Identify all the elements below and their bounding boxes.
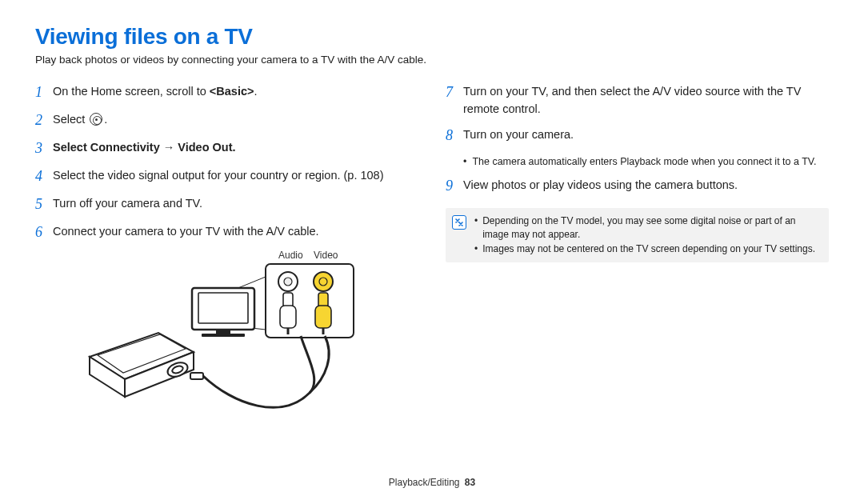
note-item: Depending on the TV model, you may see s… (474, 214, 821, 242)
left-step-list: 1On the Home screen, scroll to <Basic>.2… (35, 83, 418, 243)
svg-point-2 (284, 278, 292, 286)
step-text: Select . (53, 111, 418, 129)
note-item: Images may not be centered on the TV scr… (474, 242, 821, 256)
intro-text: Play back photos or videos by connecting… (35, 53, 829, 67)
step-item: 1On the Home screen, scroll to <Basic>. (35, 83, 418, 103)
svg-point-4 (319, 278, 327, 286)
step-text: Select the video signal output for your … (53, 167, 418, 185)
connection-diagram: Audio Video (74, 253, 378, 429)
svg-rect-8 (315, 306, 331, 328)
svg-rect-0 (266, 264, 354, 338)
step-text: On the Home screen, scroll to <Basic>. (53, 83, 418, 101)
step-text: Turn on your camera. (463, 126, 829, 144)
substep-item: The camera automatically enters Playback… (463, 154, 829, 169)
step-text: View photos or play videos using the cam… (463, 177, 829, 194)
manual-page: Viewing files on a TV Play back photos o… (0, 0, 864, 504)
step-item: 4Select the video signal output for your… (35, 167, 418, 187)
page-title: Viewing files on a TV (35, 24, 829, 50)
step-number: 3 (35, 138, 53, 159)
note-icon (452, 215, 466, 230)
step-item: 8Turn on your camera. (446, 126, 829, 146)
step-item: 9View photos or play videos using the ca… (446, 177, 829, 197)
step-item: 5Turn off your camera and TV. (35, 195, 418, 215)
diagram-svg (74, 253, 378, 429)
svg-rect-11 (216, 330, 230, 334)
svg-rect-6 (280, 306, 296, 328)
svg-rect-12 (202, 334, 245, 337)
step-number: 4 (35, 166, 53, 187)
step-text: Turn on your TV, and then select the A/V… (463, 83, 829, 118)
step-item: 3Select Connectivity → Video Out. (35, 139, 418, 159)
step-number: 7 (446, 82, 463, 103)
step-item: 6Connect your camera to your TV with the… (35, 223, 418, 243)
footer-section: Playback/Editing (389, 477, 460, 488)
step-text: Select Connectivity → Video Out. (53, 139, 418, 157)
right-column: 7Turn on your TV, and then select the A/… (446, 83, 829, 429)
step-text: Turn off your camera and TV. (53, 195, 418, 213)
camera-icon (90, 333, 203, 397)
note-list: Depending on the TV model, you may see s… (474, 214, 821, 256)
note-box: Depending on the TV model, you may see s… (446, 208, 829, 262)
two-column-layout: 1On the Home screen, scroll to <Basic>.2… (35, 83, 829, 429)
substep-list: The camera automatically enters Playback… (463, 154, 829, 169)
left-column: 1On the Home screen, scroll to <Basic>.2… (35, 83, 418, 429)
step-number: 1 (35, 82, 53, 103)
page-footer: Playback/Editing 83 (0, 477, 864, 488)
footer-page-number: 83 (465, 477, 475, 488)
step-number: 6 (35, 222, 53, 243)
right-step-list: 7Turn on your TV, and then select the A/… (446, 83, 829, 197)
svg-rect-15 (190, 373, 203, 379)
tv-icon (192, 288, 254, 337)
step-text: Connect your camera to your TV with the … (53, 223, 418, 241)
step-number: 5 (35, 194, 53, 215)
step-number: 8 (446, 125, 463, 146)
step-item: 2Select . (35, 111, 418, 131)
step-number: 9 (446, 175, 463, 197)
step-item: 7Turn on your TV, and then select the A/… (446, 83, 829, 118)
svg-rect-10 (198, 293, 248, 323)
step-number: 2 (35, 110, 53, 131)
settings-target-icon (90, 113, 102, 126)
